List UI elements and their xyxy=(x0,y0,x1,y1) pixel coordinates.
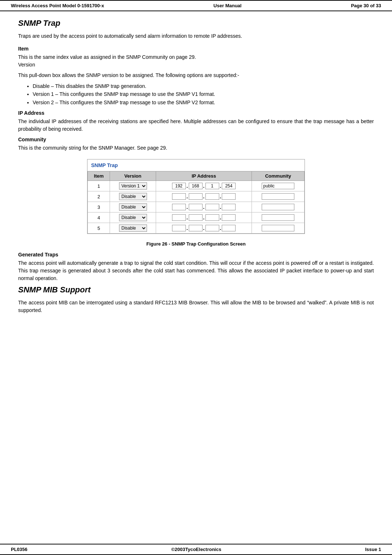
header-page: Page 30 of 33 xyxy=(351,3,381,8)
cell-ip[interactable]: ... xyxy=(156,181,252,191)
page-footer: PL0356 ©2003TycoElectronics Issue 1 xyxy=(0,544,392,555)
ip-octet-3[interactable] xyxy=(205,204,219,210)
community-input[interactable] xyxy=(262,225,294,231)
ip-separator: . xyxy=(187,194,188,199)
cell-community[interactable] xyxy=(252,191,305,202)
item-body: This is the same index value as assigned… xyxy=(18,53,374,69)
ip-separator: . xyxy=(203,225,205,231)
version-select[interactable]: DisableVersion 1Version 2 xyxy=(119,214,147,221)
ip-separator: . xyxy=(187,204,188,210)
cell-version[interactable]: DisableVersion 1Version 2 xyxy=(110,181,156,191)
cell-item: 1 xyxy=(88,181,110,191)
item-label: Item xyxy=(18,46,374,52)
cell-item: 4 xyxy=(88,212,110,223)
ip-separator: . xyxy=(220,183,221,189)
figure-caption: Figure 26 - SNMP Trap Configuration Scre… xyxy=(18,241,374,247)
ip-octet-1[interactable] xyxy=(172,204,186,210)
ip-octet-3[interactable] xyxy=(205,183,219,189)
cell-community[interactable] xyxy=(252,202,305,212)
bullet-2: Version 1 – This configures the SNMP tra… xyxy=(33,90,374,98)
ip-octet-1[interactable] xyxy=(172,193,186,200)
ip-octet-4[interactable] xyxy=(222,193,236,200)
cell-version[interactable]: DisableVersion 1Version 2 xyxy=(110,202,156,212)
community-input[interactable] xyxy=(262,183,294,189)
main-content: SNMP Trap Traps are used by the access p… xyxy=(0,15,392,544)
cell-ip[interactable]: ... xyxy=(156,202,252,212)
community-input[interactable] xyxy=(262,214,294,221)
snmp-mib-title: SNMP MIB Support xyxy=(18,285,374,295)
version-select[interactable]: DisableVersion 1Version 2 xyxy=(119,203,147,211)
community-label: Community xyxy=(18,137,374,142)
version-select[interactable]: DisableVersion 1Version 2 xyxy=(119,224,147,232)
table-row: 1DisableVersion 1Version 2... xyxy=(88,181,305,191)
ip-octet-4[interactable] xyxy=(222,214,236,221)
footer-left: PL0356 xyxy=(11,547,28,552)
table-row: 5DisableVersion 1Version 2... xyxy=(88,223,305,234)
ip-separator: . xyxy=(203,194,205,199)
cell-community[interactable] xyxy=(252,223,305,234)
version-select[interactable]: DisableVersion 1Version 2 xyxy=(119,193,147,200)
ip-separator: . xyxy=(203,215,205,220)
community-input[interactable] xyxy=(262,204,294,210)
ip-separator: . xyxy=(220,225,221,231)
table-row: 4DisableVersion 1Version 2... xyxy=(88,212,305,223)
cell-community[interactable] xyxy=(252,212,305,223)
snmp-trap-table-container: SNMP Trap Item Version IP Address Commun… xyxy=(87,159,305,234)
col-ip: IP Address xyxy=(156,171,252,181)
ip-octet-1[interactable] xyxy=(172,214,186,221)
snmp-trap-intro: Traps are used by the access point to au… xyxy=(18,32,374,40)
cell-version[interactable]: DisableVersion 1Version 2 xyxy=(110,223,156,234)
col-version: Version xyxy=(110,171,156,181)
ip-separator: . xyxy=(187,225,188,231)
ip-octet-3[interactable] xyxy=(205,214,219,221)
table-col-headers: Item Version IP Address Community xyxy=(88,171,305,181)
page-header: Wireless Access Point Model 0-1591700-x … xyxy=(0,0,392,11)
version-bullets: Disable – This disables the SNMP trap ge… xyxy=(33,82,374,106)
header-title: User Manual xyxy=(213,3,241,8)
version-select[interactable]: DisableVersion 1Version 2 xyxy=(119,182,147,190)
header-model: Wireless Access Point Model 0-1591700-x xyxy=(11,3,104,8)
cell-version[interactable]: DisableVersion 1Version 2 xyxy=(110,191,156,202)
ip-octet-3[interactable] xyxy=(205,225,219,231)
cell-ip[interactable]: ... xyxy=(156,212,252,223)
ip-octet-4[interactable] xyxy=(222,183,236,189)
footer-center: ©2003TycoElectronics xyxy=(171,547,221,552)
cell-community[interactable] xyxy=(252,181,305,191)
ip-separator: . xyxy=(203,183,205,189)
generated-traps-label: Generated Traps xyxy=(18,252,374,258)
ip-octet-2[interactable] xyxy=(189,204,203,210)
table-row: 3DisableVersion 1Version 2... xyxy=(88,202,305,212)
ip-octet-3[interactable] xyxy=(205,193,219,200)
ip-separator: . xyxy=(187,215,188,220)
ip-octet-2[interactable] xyxy=(189,183,203,189)
ip-octet-4[interactable] xyxy=(222,225,236,231)
cell-ip[interactable]: ... xyxy=(156,191,252,202)
snmp-mib-body: The access point MIB can be interrogated… xyxy=(18,299,374,314)
ip-address-label: IP Address xyxy=(18,110,374,116)
ip-octet-2[interactable] xyxy=(189,225,203,231)
community-input[interactable] xyxy=(262,193,294,200)
page-wrapper: Wireless Access Point Model 0-1591700-x … xyxy=(0,0,392,555)
cell-version[interactable]: DisableVersion 1Version 2 xyxy=(110,212,156,223)
col-item: Item xyxy=(88,171,110,181)
col-community: Community xyxy=(252,171,305,181)
community-body: This is the community string for the SNM… xyxy=(18,144,374,152)
cell-item: 2 xyxy=(88,191,110,202)
ip-separator: . xyxy=(187,183,188,189)
ip-octet-4[interactable] xyxy=(222,204,236,210)
ip-separator: . xyxy=(203,204,205,210)
footer-right: Issue 1 xyxy=(365,547,381,552)
bullet-3: Version 2 – This configures the SNMP tra… xyxy=(33,98,374,106)
version-body: This pull-down box allows the SNMP versi… xyxy=(18,72,374,79)
ip-octet-1[interactable] xyxy=(172,183,186,189)
ip-octet-2[interactable] xyxy=(189,193,203,200)
ip-octet-1[interactable] xyxy=(172,225,186,231)
bullet-1: Disable – This disables the SNMP trap ge… xyxy=(33,82,374,90)
table-title: SNMP Trap xyxy=(91,162,118,168)
snmp-trap-table: Item Version IP Address Community 1Disab… xyxy=(87,171,305,234)
cell-ip[interactable]: ... xyxy=(156,223,252,234)
table-header-row: SNMP Trap xyxy=(87,159,305,171)
cell-item: 5 xyxy=(88,223,110,234)
ip-separator: . xyxy=(220,204,221,210)
ip-octet-2[interactable] xyxy=(189,214,203,221)
